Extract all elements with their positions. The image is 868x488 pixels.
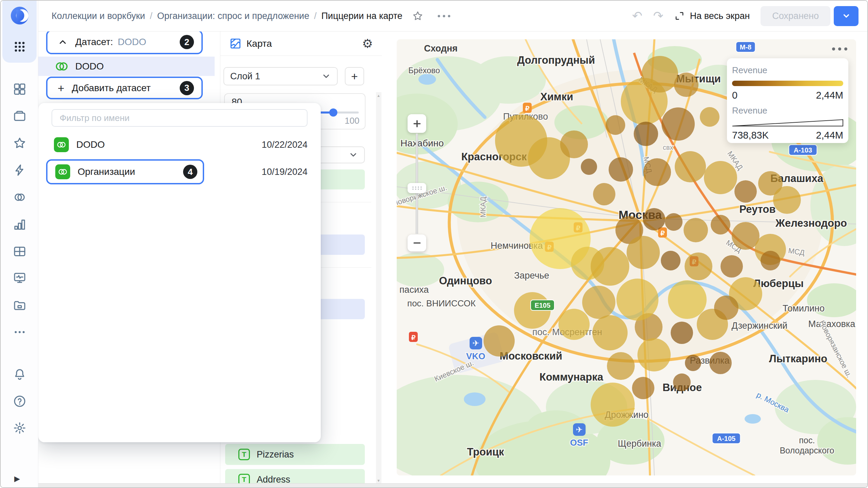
map-zoom-out-button[interactable] — [408, 235, 426, 251]
tooltip-field-pizzerias[interactable]: TPizzerias — [225, 444, 365, 465]
map-bubble[interactable] — [709, 352, 732, 374]
map-zoom-in-button[interactable] — [408, 114, 426, 133]
breadcrumb: Коллекции и воркбуки / Организации: спро… — [52, 11, 402, 21]
dataset-list-item-Организации[interactable]: Организации410/19/2024 — [38, 159, 321, 184]
map-bubble[interactable] — [593, 183, 615, 205]
map-bubble[interactable] — [773, 186, 801, 214]
map-widget[interactable]: ₽₽₽₽₽₽СходняБрёховоДолгопрудныйМытищиХим… — [397, 39, 856, 475]
map-bubble[interactable] — [642, 56, 678, 93]
breadcrumb-collections[interactable]: Коллекции и воркбуки — [52, 11, 145, 21]
scroll-up-icon[interactable]: ▲ — [377, 94, 380, 98]
config-scrollbar[interactable]: ▲ ▼ — [376, 92, 381, 484]
fullscreen-button[interactable]: На весь экран — [674, 11, 750, 21]
map-bubble[interactable] — [714, 296, 738, 320]
opacity-slider-handle[interactable] — [329, 108, 337, 117]
map-bubble[interactable] — [609, 157, 633, 182]
chart-settings-gear-icon[interactable]: ⚙ — [362, 38, 373, 50]
map-bubble[interactable] — [674, 73, 698, 97]
map-bubble[interactable] — [627, 236, 660, 269]
horizontal-scrollbar[interactable] — [38, 483, 867, 488]
map-bubble[interactable] — [582, 286, 615, 319]
apps-grid-icon[interactable] — [13, 40, 26, 54]
map-bubble[interactable] — [637, 338, 671, 371]
dataset-selector[interactable]: Датасет: DODO 2 — [46, 30, 203, 54]
sidebar-expand-icon[interactable]: ▶ — [14, 474, 20, 483]
map-bubble[interactable] — [661, 251, 680, 270]
map-bubble[interactable] — [662, 107, 695, 141]
map-bubble[interactable] — [734, 180, 757, 203]
map-bubble[interactable] — [581, 159, 597, 175]
map-bubble[interactable] — [673, 373, 691, 391]
sidebar-item-tables[interactable] — [12, 243, 28, 260]
map-bubble[interactable] — [675, 151, 706, 182]
map-label: Дзержинский — [732, 321, 788, 331]
scroll-down-icon[interactable]: ▼ — [377, 479, 380, 483]
save-dropdown-button[interactable] — [834, 6, 859, 26]
sidebar-item-datasets[interactable] — [12, 189, 28, 205]
legend-color-title: Revenue — [732, 65, 843, 76]
chevron-down-icon — [349, 150, 358, 160]
sidebar-item-favorites[interactable] — [12, 135, 28, 151]
tables-icon — [13, 245, 26, 258]
sidebar-item-charts[interactable] — [12, 216, 28, 232]
sidebar-item-more[interactable] — [12, 324, 28, 340]
step-badge-4: 4 — [183, 165, 197, 179]
map-bubble[interactable] — [721, 255, 743, 278]
map-bubble[interactable] — [592, 315, 628, 350]
map-bubble[interactable] — [711, 215, 730, 235]
layer-select[interactable]: Слой 1 — [223, 67, 338, 85]
sidebar-item-collections[interactable] — [12, 108, 28, 124]
dataset-filter-input[interactable] — [52, 109, 308, 127]
map-bubble[interactable] — [685, 252, 712, 280]
map-bubble[interactable] — [632, 377, 654, 399]
map-bubble[interactable] — [685, 355, 701, 371]
map-bubble[interactable] — [558, 309, 590, 340]
favorite-star-icon[interactable] — [412, 10, 423, 22]
dataset-list-item-DODO[interactable]: DODO10/22/2024 — [38, 132, 321, 157]
sidebar-item-monitoring[interactable] — [12, 270, 28, 286]
dataset-selector-label: Датасет: — [75, 37, 113, 47]
map-bubble[interactable] — [704, 161, 737, 194]
sidebar-item-objects-grid[interactable] — [12, 81, 28, 97]
map-bubble[interactable] — [668, 280, 707, 319]
dataset-dropdown: DODO10/22/2024Организации410/19/2024 — [38, 103, 321, 442]
map-bubble[interactable] — [591, 247, 629, 286]
map-bubble[interactable] — [700, 107, 719, 127]
svg-text:✈: ✈ — [576, 425, 583, 434]
sidebar-item-settings[interactable] — [12, 420, 28, 436]
dataset-item-dodo[interactable]: DODO — [38, 57, 215, 76]
map-bubble[interactable] — [665, 213, 683, 231]
map-bubble[interactable] — [761, 251, 780, 270]
map-bubble[interactable] — [643, 208, 665, 230]
add-layer-button[interactable]: + — [345, 67, 364, 85]
map-bubble[interactable] — [484, 325, 515, 357]
map-bubble[interactable] — [591, 383, 635, 427]
map-bubble[interactable] — [616, 279, 658, 321]
legend-size-min: 738,83K — [732, 130, 769, 141]
dataset-item-label: DODO — [75, 61, 104, 72]
map-bubble[interactable] — [684, 218, 708, 242]
sidebar-item-quick-actions[interactable] — [12, 162, 28, 178]
add-dataset-button[interactable]: + Добавить датасет 3 — [46, 77, 203, 99]
save-button[interactable]: Сохранено — [761, 6, 830, 26]
svg-text:М-8: М-8 — [740, 43, 751, 51]
map-bubble[interactable] — [607, 352, 635, 380]
opacity-max-label: 100 — [345, 116, 359, 126]
sidebar-item-help[interactable] — [12, 393, 28, 409]
sidebar-item-storage[interactable] — [12, 297, 28, 313]
map-bubble[interactable] — [643, 158, 671, 186]
map-bubble[interactable] — [634, 122, 658, 146]
map-bubble[interactable] — [606, 115, 625, 135]
map-bubble[interactable] — [671, 322, 693, 344]
sidebar-item-notifications[interactable] — [12, 366, 28, 382]
redo-icon[interactable]: ↷ — [653, 10, 664, 22]
map-bubble[interactable] — [560, 130, 588, 158]
datalens-logo[interactable] — [9, 5, 30, 26]
plus-icon: + — [351, 70, 358, 82]
map-zoom-slider-handle[interactable] — [408, 183, 426, 193]
more-actions-icon[interactable] — [438, 15, 450, 17]
breadcrumb-workbook[interactable]: Организации: спрос и предложение — [157, 11, 309, 21]
map-menu-icon[interactable] — [832, 47, 847, 50]
legend-size-title: Revenue — [732, 105, 843, 116]
undo-icon[interactable]: ↶ — [632, 10, 642, 22]
